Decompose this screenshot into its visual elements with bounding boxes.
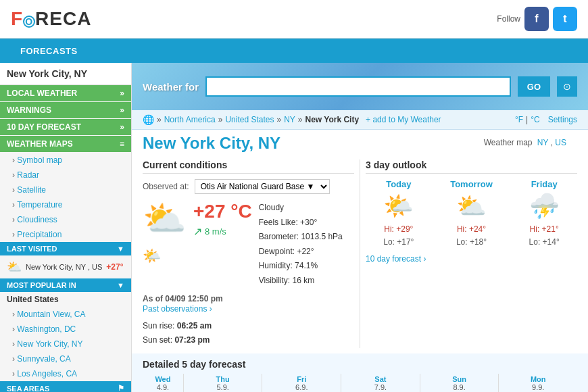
sidebar-link-satellite[interactable]: Satellite — [0, 182, 131, 197]
current-temp: +27 °C — [193, 201, 252, 222]
day-tomorrow-lo: Lo: +18° — [439, 236, 505, 249]
sidebar-local-weather-arrow: » — [120, 89, 124, 98]
breadcrumb-united-states[interactable]: United States — [225, 115, 274, 124]
sidebar-link-cloudiness[interactable]: Cloudiness — [0, 212, 131, 227]
sunrise-row: Sun rise: 06:25 am — [143, 319, 354, 334]
conditions-details: Cloudy Feels Like: +30° Barometer: 1013.… — [259, 201, 343, 289]
sidebar-city-mountain-view[interactable]: Mountain View, CA — [0, 307, 131, 322]
visibility: Visibility: 16 km — [259, 274, 343, 289]
sidebar-city-la[interactable]: Los Angeles, CA — [0, 366, 131, 381]
day-friday-lo: Lo: +14° — [511, 236, 577, 249]
weather-map-label: Weather map — [484, 138, 533, 147]
station-select[interactable]: Otis Air National Guard Base ▼ — [195, 179, 330, 194]
barometer: Barometer: 1013.5 hPa — [259, 230, 343, 245]
sun-name: Sun — [422, 375, 497, 383]
mon-date: 9.9. — [500, 383, 576, 391]
day-friday-icon: ⛈️ — [511, 192, 577, 220]
sidebar: New York City, NY LOCAL WEATHER » WARNIN… — [0, 63, 132, 392]
sidebar-maps[interactable]: WEATHER MAPS ≡ — [0, 136, 131, 152]
sidebar-warnings[interactable]: WARNINGS » — [0, 102, 131, 118]
search-input[interactable] — [205, 76, 511, 97]
sidebar-link-precipitation[interactable]: Precipitation — [0, 227, 131, 242]
past-observations-link[interactable]: Past observations › — [143, 304, 212, 314]
day-today-hi-lo: Hi: +29° Lo: +17° — [366, 223, 432, 249]
last-visited-icon: ⛅ — [7, 260, 22, 274]
wind-arrow-icon: ↗ — [193, 225, 202, 238]
content: Weather for GO ⊙ 🌐 » North America » Uni… — [132, 63, 588, 392]
thu-date: 5.9. — [185, 383, 261, 391]
twitter-button[interactable]: t — [553, 7, 577, 31]
sidebar-warnings-label: WARNINGS — [7, 105, 51, 115]
most-popular-country: United States — [0, 292, 131, 307]
nav-bar: FORECASTS — [0, 39, 588, 63]
last-visited-arrow: ▼ — [117, 245, 124, 253]
last-visited-item[interactable]: ⛅ New York City, NY , US +27° — [0, 255, 131, 278]
search-bar: Weather for GO ⊙ — [132, 63, 588, 110]
sidebar-link-temperature[interactable]: Temperature — [0, 197, 131, 212]
search-label: Weather for — [143, 81, 199, 93]
sidebar-local-weather[interactable]: LOCAL WEATHER » — [0, 85, 131, 101]
breadcrumb-ny[interactable]: NY — [284, 115, 295, 124]
wind-speed: ↗ 8 m/s — [193, 225, 252, 238]
day-today-hi: Hi: +29° — [366, 223, 432, 236]
facebook-button[interactable]: f — [524, 7, 549, 31]
day-friday-hi-lo: Hi: +21° Lo: +14° — [511, 223, 577, 249]
sidebar-city-nyc[interactable]: New York City, NY — [0, 337, 131, 351]
day-today-lo: Lo: +17° — [366, 236, 432, 249]
follow-label: Follow — [497, 14, 520, 24]
map-us-link[interactable]: US — [555, 138, 566, 147]
five-day-section: Detailed 5 day forecast Wed 4.9. 2pm8pm … — [132, 353, 588, 392]
sidebar-10day[interactable]: 10 DAY FORECAST » — [0, 119, 131, 135]
most-popular-label: MOST POPULAR IN — [7, 281, 76, 289]
breadcrumb-sep3: » — [276, 115, 281, 124]
day-tomorrow-hi: Hi: +24° — [439, 223, 505, 236]
sidebar-link-symbolmap[interactable]: Symbol map — [0, 153, 131, 168]
fri-name: Fri — [264, 375, 339, 383]
wind-value: 8 m/s — [205, 226, 226, 237]
unit-c-link[interactable]: °C — [531, 115, 539, 124]
sunset-label: Sun set: — [143, 335, 172, 345]
sidebar-city-sunnyvale[interactable]: Sunnyvale, CA — [0, 351, 131, 366]
wed-name: Wed — [144, 375, 182, 383]
conditions-main: ⛅🌤️ +27 °C ↗ 8 m/s Cloudy Feels Like: +3… — [143, 201, 354, 289]
sidebar-city-washington[interactable]: Washington, DC — [0, 322, 131, 337]
day-tomorrow: Tomorrow ⛅ Hi: +24° Lo: +18° — [439, 179, 505, 249]
temp-wind: +27 °C ↗ 8 m/s — [193, 201, 252, 238]
five-day-wed: Wed 4.9. 2pm8pm ☀️🌙 — [143, 374, 184, 392]
sunrise-label: Sun rise: — [143, 321, 174, 330]
five-day-sun: Sun 8.9. 2am8am2pm8pm 🌙☀️☀️⛅ — [420, 374, 499, 392]
five-day-title: Detailed 5 day forecast — [143, 359, 577, 374]
sat-name: Sat — [343, 375, 418, 383]
sidebar-local-weather-label: LOCAL WEATHER — [7, 89, 77, 98]
breadcrumb-north-america[interactable]: North America — [164, 115, 216, 124]
most-popular-header: MOST POPULAR IN ▼ — [0, 278, 131, 292]
go-button[interactable]: GO — [518, 76, 550, 97]
sunset-row: Sun set: 07:23 pm — [143, 333, 354, 348]
sunset-time: 07:23 pm — [174, 335, 210, 345]
day-tomorrow-icon: ⛅ — [439, 192, 505, 220]
last-visited-temp: +27° — [106, 262, 123, 272]
five-day-mon: Mon 9.9. 2am8am2pm8pm 🌙☀️⛅⛅ — [499, 374, 577, 392]
breadcrumb-bar: 🌐 » North America » United States » NY »… — [132, 110, 588, 130]
as-of: As of 04/09 12:50 pm — [143, 294, 354, 303]
mon-name: Mon — [500, 375, 576, 383]
header: F O RECA Follow f t — [0, 0, 588, 39]
add-to-my-weather[interactable]: + add to My Weather — [366, 115, 441, 124]
day-friday-name: Friday — [511, 179, 577, 189]
thu-name: Thu — [185, 375, 261, 383]
map-ny-link[interactable]: NY — [537, 138, 548, 147]
ten-day-link[interactable]: 10 day forecast › — [366, 254, 577, 264]
nav-forecasts[interactable]: FORECASTS — [11, 41, 87, 62]
follow-area: Follow f t — [497, 7, 577, 31]
observed-label: Observed at: — [143, 182, 189, 191]
most-popular-arrow: ▼ — [117, 281, 124, 289]
day-today-icon: 🌤️ — [366, 192, 432, 220]
sidebar-link-radar[interactable]: Radar — [0, 168, 131, 182]
settings-link[interactable]: Settings — [548, 115, 577, 124]
location-button[interactable]: ⊙ — [557, 76, 577, 97]
current-section-title: Current conditions — [143, 160, 354, 174]
sat-date: 7.9. — [343, 383, 418, 391]
day-friday-hi: Hi: +21° — [511, 223, 577, 236]
unit-f-link[interactable]: °F — [515, 115, 523, 124]
sea-areas-label: SEA AREAS — [7, 385, 49, 393]
